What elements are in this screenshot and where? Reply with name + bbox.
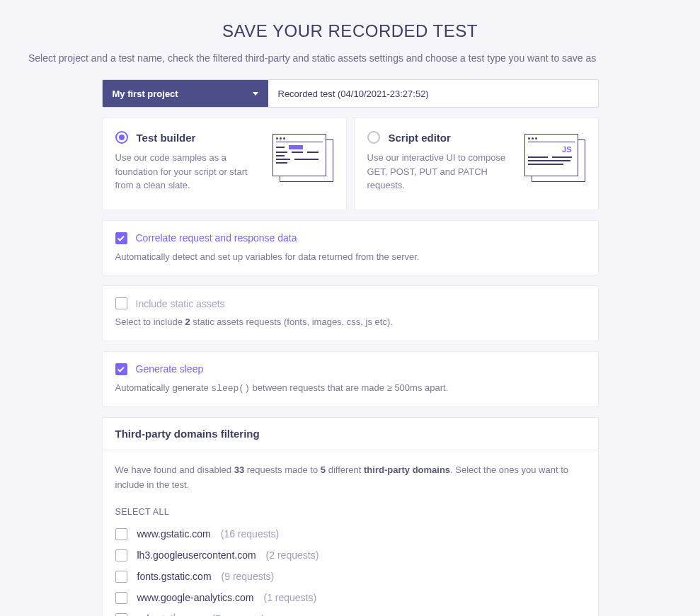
project-select-value: My first project xyxy=(113,89,178,99)
domain-checkbox[interactable] xyxy=(115,613,127,616)
domain-name: lh3.googleusercontent.com xyxy=(137,549,256,561)
select-all-button[interactable]: SELECT ALL xyxy=(115,507,585,517)
radio-unselected-icon xyxy=(367,131,380,144)
domain-name: www.gstatic.com xyxy=(137,528,211,540)
option-script-editor[interactable]: Script editor Use our interactive UI to … xyxy=(354,118,599,210)
correlate-label: Correlate request and response data xyxy=(136,232,297,244)
domain-request-count: (2 requests) xyxy=(266,549,319,561)
test-builder-desc: Use our code samples as a foundation for… xyxy=(115,151,261,193)
generate-sleep-label: Generate sleep xyxy=(136,363,204,375)
domain-request-count: (16 requests) xyxy=(221,528,279,540)
test-builder-illustration xyxy=(272,131,333,193)
domain-row: www.gstatic.com(16 requests) xyxy=(115,528,585,540)
domain-row: fonts.gstatic.com(9 requests) xyxy=(115,571,585,583)
static-assets-checkbox[interactable] xyxy=(115,297,127,309)
project-test-row: My first project xyxy=(102,79,599,108)
domain-request-count: (5 requests) xyxy=(212,613,265,616)
script-editor-illustration: JS xyxy=(524,131,585,193)
static-assets-desc: Select to include 2 static assets reques… xyxy=(115,315,585,329)
domain-row: ssl.gstatic.com(5 requests) xyxy=(115,613,585,616)
domain-request-count: (9 requests) xyxy=(222,571,275,582)
domain-name: ssl.gstatic.com xyxy=(137,613,202,616)
page-subtitle: Select project and a test name, check th… xyxy=(28,52,672,64)
domain-name: www.google-analytics.com xyxy=(137,592,254,603)
correlate-panel: Correlate request and response data Auto… xyxy=(102,220,599,276)
test-builder-title: Test builder xyxy=(137,132,196,144)
generate-sleep-panel: Generate sleep Automatically generate sl… xyxy=(102,351,599,408)
page-title: SAVE YOUR RECORDED TEST xyxy=(28,21,672,41)
static-assets-label: Include static assets xyxy=(136,298,225,309)
static-assets-panel: Include static assets Select to include … xyxy=(102,285,599,341)
domain-row: lh3.googleusercontent.com(2 requests) xyxy=(115,549,585,561)
script-editor-desc: Use our interactive UI to compose GET, P… xyxy=(367,151,513,193)
third-party-body: We have found and disabled 33 requests m… xyxy=(102,450,599,616)
project-select[interactable]: My first project xyxy=(103,80,268,107)
generate-sleep-desc: Automatically generate sleep() between r… xyxy=(115,381,585,396)
radio-selected-icon xyxy=(115,131,128,144)
domain-checkbox[interactable] xyxy=(115,571,127,583)
domain-name: fonts.gstatic.com xyxy=(137,571,212,582)
domain-checkbox[interactable] xyxy=(115,528,127,540)
domain-checkbox[interactable] xyxy=(115,549,127,561)
option-test-builder[interactable]: Test builder Use our code samples as a f… xyxy=(102,118,347,210)
correlate-checkbox[interactable] xyxy=(115,232,127,244)
correlate-desc: Automatically detect and set up variable… xyxy=(115,250,585,264)
test-name-input[interactable] xyxy=(268,80,598,107)
domain-request-count: (1 requests) xyxy=(263,592,316,603)
domain-row: www.google-analytics.com(1 requests) xyxy=(115,592,585,604)
script-editor-title: Script editor xyxy=(389,132,451,144)
chevron-down-icon xyxy=(253,92,258,96)
third-party-heading: Third-party domains filtering xyxy=(102,417,599,450)
domain-checkbox[interactable] xyxy=(115,592,127,604)
third-party-intro: We have found and disabled 33 requests m… xyxy=(115,463,585,493)
generate-sleep-checkbox[interactable] xyxy=(115,363,127,375)
